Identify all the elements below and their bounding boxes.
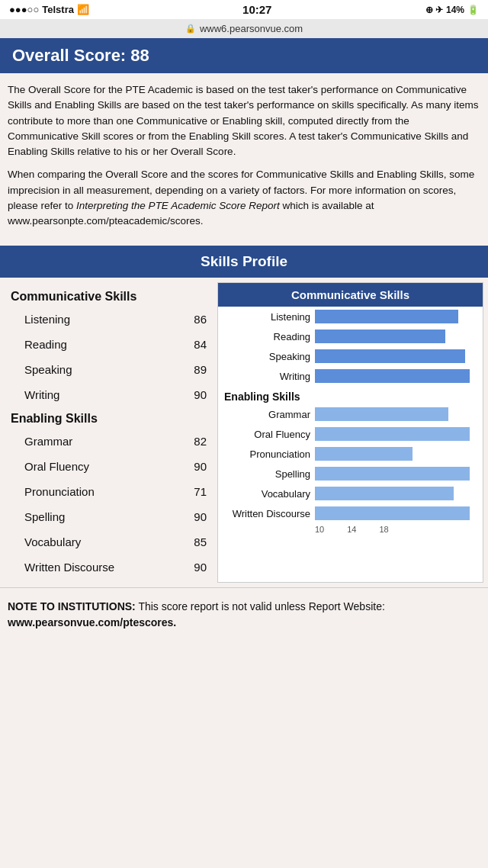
chart-bar-pronunciation-container [315, 447, 478, 461]
chart-header: Communicative Skills [218, 283, 483, 307]
chart-axis: 10 14 18 [218, 523, 483, 537]
axis-label-10: 10 [315, 525, 324, 534]
skill-score-writing: 90 [194, 388, 207, 401]
skill-score-reading: 84 [194, 338, 207, 351]
skill-name-vocabulary: Vocabulary [24, 535, 81, 548]
skill-name-grammar: Grammar [24, 435, 72, 448]
skill-score-oral-fluency: 90 [194, 460, 207, 473]
chart-row-oral-fluency: Oral Fluency [218, 424, 483, 444]
battery-label: 14% [446, 5, 464, 15]
chart-bar-spelling-container [315, 467, 478, 481]
skills-profile-header: Skills Profile [0, 246, 488, 278]
chart-bar-oral-fluency-container [315, 427, 478, 441]
chart-bar-speaking [315, 349, 465, 363]
skill-score-grammar: 82 [194, 435, 207, 448]
skill-row-oral-fluency: Oral Fluency 90 [11, 454, 210, 479]
chart-row-writing: Writing [218, 366, 483, 386]
note-link: www.pearsonvue.com/ptescores. [8, 616, 176, 628]
skill-score-listening: 86 [194, 313, 207, 326]
skill-name-written-discourse: Written Discourse [24, 561, 114, 574]
status-left: ●●●○○ Telstra 📶 [9, 4, 89, 15]
signal-dots: ●●●○○ [9, 4, 39, 15]
chart-bar-written-discourse [315, 506, 470, 520]
chart-enabling-skills-title: Enabling Skills [218, 386, 483, 404]
chart-bar-vocabulary [315, 487, 454, 500]
skills-chart-panel: Communicative Skills Listening Reading S… [217, 282, 483, 583]
skill-row-pronunciation: Pronunciation 71 [11, 479, 210, 504]
chart-label-reading: Reading [223, 331, 310, 342]
skill-name-listening: Listening [24, 313, 70, 326]
status-right: ⊕ ✈ 14% 🔋 [425, 5, 479, 15]
chart-label-written-discourse: Written Discourse [223, 508, 310, 519]
lock-icon: 🔒 [185, 24, 196, 34]
skill-row-spelling: Spelling 90 [11, 504, 210, 529]
chart-row-speaking: Speaking [218, 346, 483, 366]
overall-score-label: Overall Score: 88 [12, 46, 149, 65]
skill-score-pronunciation: 71 [194, 485, 207, 498]
chart-bar-reading-container [315, 330, 478, 343]
chart-row-vocabulary: Vocabulary [218, 484, 483, 503]
skill-row-written-discourse: Written Discourse 90 [11, 555, 210, 580]
chart-label-writing: Writing [223, 371, 310, 382]
chart-bar-grammar-container [315, 407, 478, 421]
body-para-1: The Overall Score for the PTE Academic i… [8, 82, 480, 159]
axis-label-14: 14 [347, 525, 356, 534]
italic-reference: Interpreting the PTE Academic Score Repo… [76, 200, 280, 211]
skill-name-spelling: Spelling [24, 510, 65, 523]
body-para-2: When comparing the Overall Score and the… [8, 167, 480, 229]
carrier-label: Telstra [42, 4, 74, 15]
chart-label-grammar: Grammar [223, 409, 310, 420]
skills-left-panel: Communicative Skills Listening 86 Readin… [0, 278, 217, 587]
skill-row-speaking: Speaking 89 [11, 357, 210, 382]
chart-bar-spelling [315, 467, 470, 481]
note-body: This score report is not valid unless Re… [138, 600, 384, 612]
chart-label-listening: Listening [223, 311, 310, 323]
chart-label-vocabulary: Vocabulary [223, 488, 310, 500]
skill-row-reading: Reading 84 [11, 332, 210, 357]
skill-score-speaking: 89 [194, 363, 207, 376]
chart-row-reading: Reading [218, 326, 483, 346]
chart-bar-written-discourse-container [315, 506, 478, 520]
skill-row-writing: Writing 90 [11, 382, 210, 407]
status-bar: ●●●○○ Telstra 📶 10:27 ⊕ ✈ 14% 🔋 [0, 0, 488, 19]
note-bold-label: NOTE TO INSTITUTIONS: [8, 600, 136, 612]
note-text: NOTE TO INSTITUTIONS: This score report … [8, 599, 480, 631]
chart-bar-grammar [315, 407, 448, 421]
skill-score-spelling: 90 [194, 510, 207, 523]
skill-score-written-discourse: 90 [194, 561, 207, 574]
chart-bar-listening [315, 310, 458, 323]
chart-bar-writing [315, 369, 470, 383]
skill-name-reading: Reading [24, 338, 67, 351]
overall-score-banner: Overall Score: 88 [0, 38, 488, 73]
url-bar[interactable]: 🔒 www6.pearsonvue.com [0, 19, 488, 38]
enabling-skills-title: Enabling Skills [11, 412, 210, 426]
chart-row-written-discourse: Written Discourse [218, 503, 483, 523]
chart-row-listening: Listening [218, 307, 483, 326]
skill-name-pronunciation: Pronunciation [24, 485, 95, 498]
axis-label-18: 18 [380, 525, 389, 534]
url-text: www6.pearsonvue.com [200, 23, 303, 34]
chart-bar-listening-container [315, 310, 478, 323]
chart-label-speaking: Speaking [223, 351, 310, 362]
chart-row-pronunciation: Pronunciation [218, 444, 483, 464]
skill-row-grammar: Grammar 82 [11, 429, 210, 454]
chart-bar-reading [315, 330, 445, 343]
wifi-icon: 📶 [77, 4, 89, 15]
chart-row-grammar: Grammar [218, 404, 483, 424]
chart-label-oral-fluency: Oral Fluency [223, 429, 310, 440]
skills-container: Communicative Skills Listening 86 Readin… [0, 278, 488, 587]
chart-label-spelling: Spelling [223, 468, 310, 480]
chart-bar-pronunciation [315, 447, 413, 461]
skill-name-speaking: Speaking [24, 363, 72, 376]
skills-profile-title: Skills Profile [201, 253, 287, 269]
chart-bar-oral-fluency [315, 427, 470, 441]
skill-score-vocabulary: 85 [194, 535, 207, 548]
location-icon: ⊕ ✈ [425, 5, 443, 15]
chart-bar-speaking-container [315, 349, 478, 363]
note-section: NOTE TO INSTITUTIONS: This score report … [0, 587, 488, 646]
skill-row-vocabulary: Vocabulary 85 [11, 529, 210, 555]
skill-name-writing: Writing [24, 388, 59, 401]
battery-icon: 🔋 [467, 5, 479, 15]
chart-bar-vocabulary-container [315, 487, 478, 500]
status-time: 10:27 [242, 3, 271, 16]
